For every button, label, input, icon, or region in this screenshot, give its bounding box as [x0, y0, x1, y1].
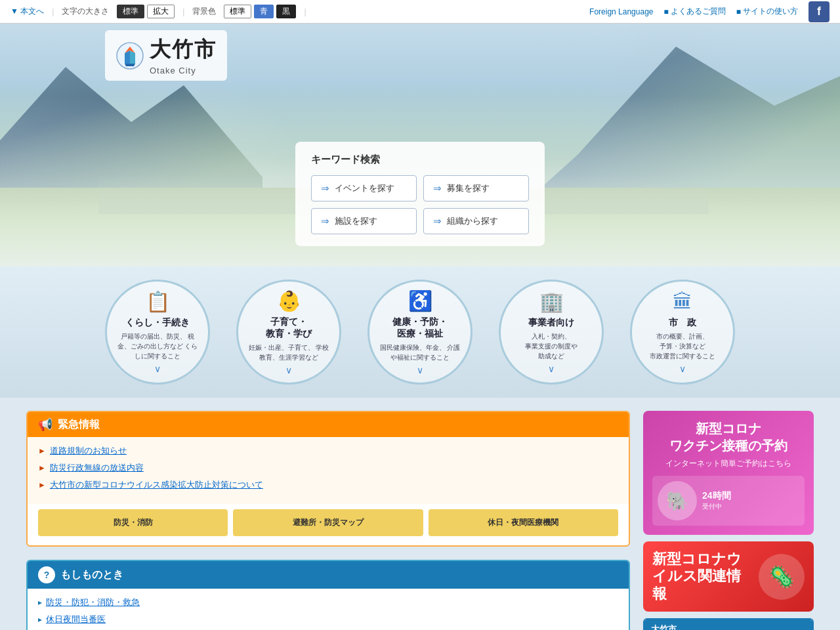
kosodate-header: 大竹市 — [644, 620, 812, 630]
chevron-down-icon — [154, 364, 161, 374]
arrow-icon: ► — [38, 446, 46, 455]
emergency-section: 📢 緊急情報 ► 道路規制のお知らせ ► 防災行政無線の放送内容 ► 大竹市の新… — [26, 411, 630, 547]
bg-color-group: 標準 青 黒 — [224, 5, 296, 18]
mascot-icon: 🦠 — [759, 554, 805, 600]
font-large-button[interactable]: 拡大 — [147, 5, 175, 18]
category-circle-government[interactable]: 🏛 市 政 市の概要、計画、 予算・決算など 市政運営に関すること — [630, 280, 735, 385]
foreign-language-link[interactable]: Foreign Language — [589, 7, 653, 16]
category-title-childcare: 子育て・ 教育・学び — [266, 316, 312, 340]
search-box: キーワード検索 ⇒ イベントを探す ⇒ 募集を探す ⇒ 施設を探す ⇒ 組織から… — [295, 142, 545, 246]
category-health[interactable]: ♿ 健康・予防・ 医療・福祉 国民健康保険、年金、 介護や福祉に関すること — [361, 280, 479, 385]
category-title-health: 健康・予防・ 医療・福祉 — [392, 316, 448, 340]
main-text-link[interactable]: ▼ 本文へ — [10, 6, 44, 17]
category-circle-health[interactable]: ♿ 健康・予防・ 医療・福祉 国民健康保険、年金、 介護や福祉に関すること — [368, 280, 472, 385]
medical-button[interactable]: 休日・夜間医療機関 — [429, 509, 618, 536]
org-search-button[interactable]: ⇒ 組織から探す — [423, 208, 529, 234]
elephant-icon: 🐘 — [658, 481, 697, 520]
emergency-link-corona[interactable]: 大竹市の新型コロナウイルス感染拡大防止対策について — [50, 479, 263, 491]
category-circle-childcare[interactable]: 👶 子育て・ 教育・学び 妊娠・出産、子育て、 学校教育、生涯学習など — [236, 280, 341, 385]
chevron-down-icon — [679, 364, 686, 374]
faq-link[interactable]: ■ よくあるご質問 — [664, 6, 726, 17]
category-childcare[interactable]: 👶 子育て・ 教育・学び 妊娠・出産、子育て、 学校教育、生涯学習など — [230, 280, 348, 385]
bg-black-button[interactable]: 黒 — [276, 5, 296, 18]
logo-area: 大竹市 Otake City — [105, 30, 227, 81]
bg-standard-button[interactable]: 標準 — [224, 5, 251, 18]
category-title-living: くらし・手続き — [125, 317, 190, 329]
main-content: 📢 緊急情報 ► 道路規制のお知らせ ► 防災行政無線の放送内容 ► 大竹市の新… — [0, 398, 840, 630]
emergency-links: ► 道路規制のお知らせ ► 防災行政無線の放送内容 ► 大竹市の新型コロナウイル… — [28, 437, 629, 504]
city-label: 大竹市 — [651, 623, 677, 630]
bg-blue-button[interactable]: 青 — [254, 5, 274, 18]
vaccine-title: 新型コロナ ワクチン接種の予約 — [652, 420, 805, 454]
vaccine-illustration: 🐘 24時間 受付中 — [652, 476, 805, 526]
emergency-link-broadcast[interactable]: 防災行政無線の放送内容 — [50, 462, 144, 474]
shelter-map-button[interactable]: 避難所・防災マップ — [233, 509, 423, 536]
emergency-link-item: ► 大竹市の新型コロナウイルス感染拡大防止対策について — [38, 479, 618, 491]
categories-section: 📋 くらし・手続き 戸籍等の届出、防災、 税金、ごみの出し方など くらしに関する… — [0, 266, 840, 398]
moshimono-link-doctor[interactable]: 休日夜間当番医 — [46, 614, 106, 625]
emergency-link-road[interactable]: 道路規制のお知らせ — [50, 445, 127, 457]
category-desc-business: 入札・契約、 事業支援の制度や 助成など — [525, 331, 578, 361]
right-column: 新型コロナ ワクチン接種の予約 インターネット簡単ご予約はこちら 🐘 24時間 … — [643, 411, 814, 630]
arrow-icon: ► — [38, 480, 46, 490]
arrow-icon: ▸ — [38, 615, 42, 624]
bg-color-label: 背景色 — [192, 6, 216, 17]
facebook-icon[interactable]: f — [808, 1, 830, 22]
category-business[interactable]: 🏢 事業者向け 入札・契約、 事業支援の制度や 助成など — [492, 280, 610, 385]
arrow-icon: ⇒ — [433, 182, 442, 194]
category-government[interactable]: 🏛 市 政 市の概要、計画、 予算・決算など 市政運営に関すること — [623, 280, 742, 385]
vaccine-subtitle: インターネット簡単ご予約はこちら — [652, 458, 805, 469]
moshimono-header: ? もしものとき — [28, 561, 629, 589]
moshimono-link-item: ▸ 休日夜間当番医 — [38, 614, 618, 625]
category-circle-living[interactable]: 📋 くらし・手続き 戸籍等の届出、防災、 税金、ごみの出し方など くらしに関する… — [105, 280, 210, 385]
arrow-icon: ⇒ — [321, 215, 329, 227]
category-desc-living: 戸籍等の届出、防災、 税金、ごみの出し方など くらしに関すること — [115, 331, 200, 361]
category-desc-government: 市の概要、計画、 予算・決算など 市政運営に関すること — [650, 331, 715, 361]
arrow-icon: ⇒ — [433, 215, 442, 227]
kosodate-card[interactable]: 大竹市 子育て情報ページ — [643, 618, 814, 630]
arrow-icon: ▸ — [38, 598, 42, 607]
recruit-search-button[interactable]: ⇒ 募集を探す — [423, 175, 529, 201]
corona-info-card[interactable]: 新型コロナウイルス関連情報 🦠 — [643, 541, 814, 612]
emergency-title: 緊急情報 — [58, 418, 100, 432]
moshimono-links: ▸ 防災・防犯・消防・救急 ▸ 休日夜間当番医 — [28, 589, 629, 630]
question-icon: ■ — [664, 7, 669, 16]
category-desc-childcare: 妊娠・出産、子育て、 学校教育、生涯学習など — [246, 343, 331, 362]
moshimono-link-item: ▸ 防災・防犯・消防・救急 — [38, 597, 618, 608]
left-column: 📢 緊急情報 ► 道路規制のお知らせ ► 防災行政無線の放送内容 ► 大竹市の新… — [26, 411, 630, 630]
category-circle-business[interactable]: 🏢 事業者向け 入札・契約、 事業支援の制度や 助成など — [499, 280, 604, 385]
vaccine-hours: 24時間 受付中 — [702, 490, 731, 511]
moshimono-section: ? もしものとき ▸ 防災・防犯・消防・救急 ▸ 休日夜間当番医 — [26, 560, 630, 630]
category-desc-health: 国民健康保険、年金、 介護や福祉に関すること — [377, 343, 463, 362]
chevron-down-icon — [417, 365, 423, 375]
business-icon: 🏢 — [539, 290, 564, 313]
top-bar: ▼ 本文へ | 文字の大きさ 標準 拡大 | 背景色 標準 青 黒 | Fore… — [0, 0, 840, 24]
living-icon: 📋 — [146, 290, 170, 313]
vaccine-card[interactable]: 新型コロナ ワクチン接種の予約 インターネット簡単ご予約はこちら 🐘 24時間 … — [643, 411, 814, 535]
emergency-header: 📢 緊急情報 — [28, 412, 629, 437]
emergency-link-item: ► 防災行政無線の放送内容 — [38, 462, 618, 474]
emergency-link-item: ► 道路規制のお知らせ — [38, 445, 618, 457]
health-icon: ♿ — [408, 289, 432, 312]
disaster-button[interactable]: 防災・消防 — [38, 509, 228, 536]
category-living[interactable]: 📋 くらし・手続き 戸籍等の届出、防災、 税金、ごみの出し方など くらしに関する… — [98, 280, 217, 385]
logo-container: 大竹市 Otake City — [105, 30, 227, 81]
top-bar-right: Foreign Language ■ よくあるご質問 ■ サイトの使い方 f — [589, 1, 830, 22]
event-search-button[interactable]: ⇒ イベントを探す — [311, 175, 417, 201]
moshimono-link-disaster[interactable]: 防災・防犯・消防・救急 — [46, 597, 140, 608]
childcare-icon: 👶 — [277, 289, 301, 312]
category-title-government: 市 政 — [669, 317, 696, 329]
facility-search-button[interactable]: ⇒ 施設を探す — [311, 208, 417, 234]
arrow-icon: ⇒ — [321, 182, 329, 194]
hero-section: 大竹市 Otake City キーワード検索 ⇒ イベントを探す ⇒ 募集を探す… — [0, 24, 840, 266]
corona-info-text: 新型コロナウイルス関連情報 — [652, 551, 752, 602]
site-usage-link[interactable]: ■ サイトの使い方 — [736, 6, 798, 17]
city-name-en: Otake City — [150, 66, 217, 75]
font-size-group: 標準 拡大 — [117, 5, 175, 18]
emergency-icon: 📢 — [38, 417, 52, 432]
city-name-jp: 大竹市 — [150, 35, 217, 64]
chevron-down-icon — [285, 365, 292, 375]
font-standard-button[interactable]: 標準 — [117, 5, 144, 18]
emergency-buttons: 防災・消防 避難所・防災マップ 休日・夜間医療機関 — [28, 504, 629, 545]
government-icon: 🏛 — [673, 291, 692, 313]
